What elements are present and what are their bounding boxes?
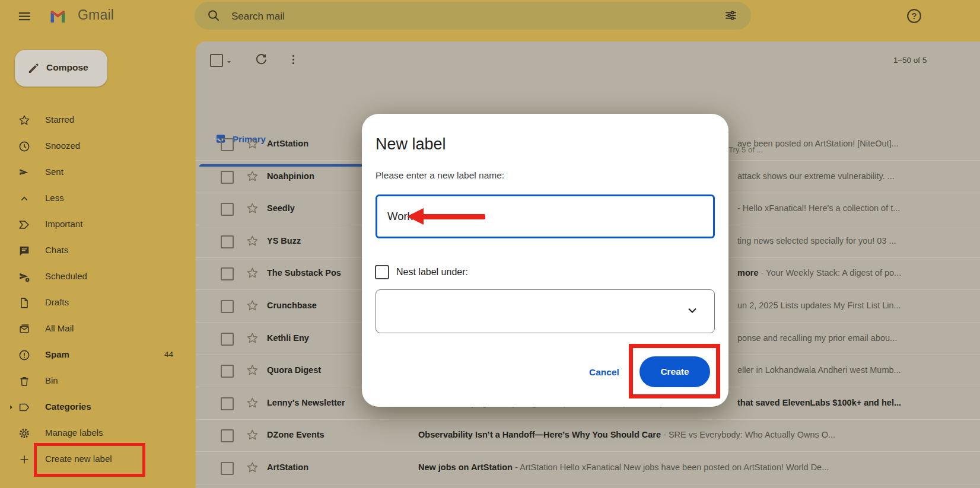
- star-icon[interactable]: [246, 234, 259, 248]
- email-sender: DZone Events: [267, 430, 324, 439]
- email-checkbox[interactable]: [221, 397, 234, 410]
- email-checkbox[interactable]: [221, 235, 234, 248]
- star-icon[interactable]: [246, 137, 259, 151]
- parent-label-dropdown[interactable]: [376, 289, 715, 333]
- email-sender: The Substack Pos: [267, 268, 341, 278]
- star-icon[interactable]: [246, 396, 259, 410]
- star-icon[interactable]: [246, 170, 259, 183]
- sidebar-item-spam[interactable]: Spam 44: [0, 343, 196, 368]
- sidebar-item-categories[interactable]: Categories: [0, 395, 196, 420]
- sidebar-item-manage-labels[interactable]: Manage labels: [0, 421, 196, 446]
- star-icon[interactable]: [246, 266, 259, 280]
- email-sender: Kethli Eny: [267, 333, 309, 343]
- search-icon[interactable]: [206, 8, 221, 23]
- email-checkbox[interactable]: [221, 267, 234, 280]
- email-checkbox[interactable]: [221, 462, 234, 475]
- sidebar-item-create-new-label[interactable]: Create new label: [0, 447, 196, 472]
- sidebar-item-less[interactable]: Less: [0, 186, 196, 211]
- sidebar-item-important[interactable]: Important: [0, 212, 196, 237]
- email-checkbox[interactable]: [221, 365, 234, 378]
- send-icon: [18, 166, 31, 179]
- email-sender: Crunchbase: [267, 301, 317, 310]
- bin-icon: [18, 375, 31, 388]
- star-icon[interactable]: [246, 202, 259, 215]
- more-options-icon[interactable]: [287, 53, 300, 66]
- compose-label: Compose: [46, 62, 88, 73]
- clock-icon: [18, 140, 31, 153]
- email-checkbox[interactable]: [221, 333, 234, 346]
- gmail-app: Gmail ? Compose Starred Snoozed: [0, 0, 980, 488]
- hamburger-menu-icon[interactable]: [17, 8, 33, 24]
- label-name-input[interactable]: [376, 194, 715, 238]
- email-checkbox[interactable]: [221, 203, 234, 216]
- nest-label-checkbox[interactable]: [375, 265, 389, 279]
- star-icon: [18, 114, 31, 127]
- sidebar-item-sent[interactable]: Sent: [0, 160, 196, 185]
- pencil-icon: [27, 61, 41, 75]
- draft-icon: [18, 296, 31, 310]
- email-snippet: un 2, 2025 Lists updates My First List L…: [737, 301, 901, 310]
- star-icon[interactable]: [246, 331, 259, 345]
- email-snippet: more - Your Weekly Stack: A digest of po…: [737, 268, 901, 278]
- email-sender: ArtStation: [267, 463, 308, 472]
- email-snippet: ave been posted on ArtStation! [NiteOut]…: [737, 139, 899, 148]
- expand-arrow-icon[interactable]: [7, 403, 15, 412]
- search-filter-tune-icon[interactable]: [724, 8, 738, 23]
- select-all-checkbox[interactable]: [210, 54, 223, 67]
- sidebar-item-snoozed[interactable]: Snoozed: [0, 134, 196, 159]
- star-icon[interactable]: [246, 461, 259, 474]
- create-button[interactable]: Create: [639, 356, 710, 387]
- email-checkbox[interactable]: [221, 429, 234, 442]
- sidebar-item-scheduled[interactable]: Scheduled: [0, 264, 196, 289]
- email-subject: Observability Isn’t a Handoff—Here’s Why…: [418, 430, 835, 439]
- tab-primary[interactable]: Primary: [196, 81, 368, 127]
- gmail-wordmark: Gmail: [78, 7, 114, 23]
- search-input[interactable]: [230, 2, 695, 31]
- refresh-icon[interactable]: [254, 53, 268, 66]
- pagination-label: 1–50 of 5: [893, 56, 927, 65]
- chevron-up-icon: [18, 192, 31, 205]
- spam-count: 44: [164, 350, 173, 359]
- categories-tag-icon: [18, 401, 31, 414]
- plus-icon: [18, 453, 31, 466]
- all-mail-icon: [18, 323, 31, 336]
- gmail-logo-icon: [47, 6, 68, 27]
- nest-label-text: Nest label under:: [396, 267, 468, 278]
- email-checkbox[interactable]: [221, 138, 234, 151]
- email-row[interactable]: ArtStation New jobs on ArtStation - ArtS…: [196, 452, 980, 484]
- email-snippet: attack shows our extreme vulnerability. …: [737, 171, 895, 181]
- chevron-down-icon: [688, 308, 696, 314]
- email-checkbox[interactable]: [221, 171, 234, 184]
- sidebar-item-bin[interactable]: Bin: [0, 369, 196, 394]
- star-icon[interactable]: [246, 363, 259, 377]
- select-dropdown-caret-icon[interactable]: [224, 58, 234, 65]
- scheduled-send-icon: [18, 270, 31, 283]
- email-sender: YS Buzz: [267, 236, 301, 245]
- sidebar-item-starred[interactable]: Starred: [0, 108, 196, 133]
- email-row[interactable]: DZone Events Observability Isn’t a Hando…: [196, 419, 980, 452]
- email-snippet: that saved ElevenLabs $100k+ and hel...: [737, 398, 901, 407]
- help-icon[interactable]: ?: [906, 8, 922, 24]
- email-snippet: ting news selected specially for you! 03…: [737, 236, 896, 245]
- chat-icon: [18, 244, 31, 257]
- sidebar-item-all-mail[interactable]: All Mail: [0, 317, 196, 342]
- sidebar-item-chats[interactable]: Chats: [0, 238, 196, 263]
- spam-icon: [18, 349, 31, 362]
- gear-icon: [18, 427, 31, 440]
- dialog-title: New label: [376, 135, 446, 154]
- important-marker-icon: [18, 218, 31, 231]
- email-sender: Noahpinion: [267, 171, 314, 181]
- star-icon[interactable]: [246, 428, 259, 442]
- new-label-dialog: New label Please enter a new label name:…: [362, 114, 728, 407]
- star-icon[interactable]: [246, 299, 259, 312]
- email-snippet: eller in Lokhandwala Andheri west Mumb..…: [737, 365, 901, 375]
- email-snippet: - Hello xFanatical! Here's a collection …: [737, 203, 900, 213]
- sidebar-item-drafts[interactable]: Drafts: [0, 291, 196, 315]
- email-sender: Quora Digest: [267, 365, 321, 375]
- cancel-button[interactable]: Cancel: [589, 367, 619, 378]
- dialog-prompt: Please enter a new label name:: [376, 170, 504, 181]
- compose-button[interactable]: Compose: [15, 50, 107, 87]
- search-bar[interactable]: [195, 2, 751, 30]
- email-sender: ArtStation: [267, 139, 308, 148]
- email-checkbox[interactable]: [221, 300, 234, 313]
